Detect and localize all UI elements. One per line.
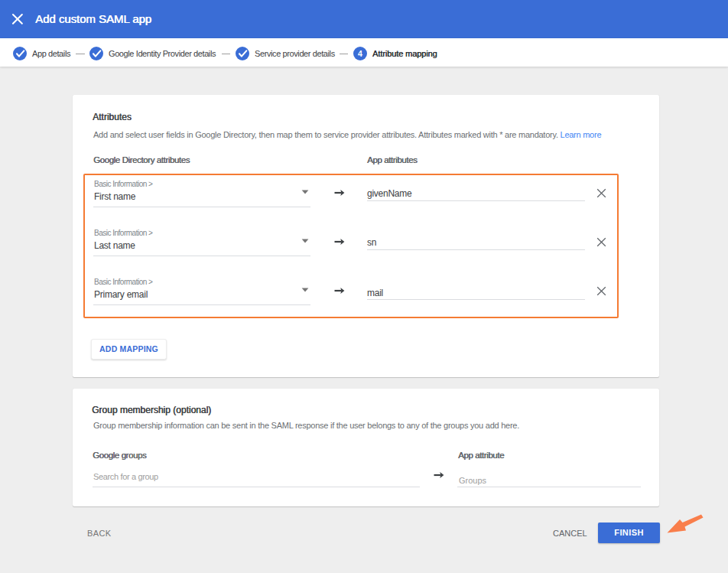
- svg-text:4: 4: [358, 49, 362, 58]
